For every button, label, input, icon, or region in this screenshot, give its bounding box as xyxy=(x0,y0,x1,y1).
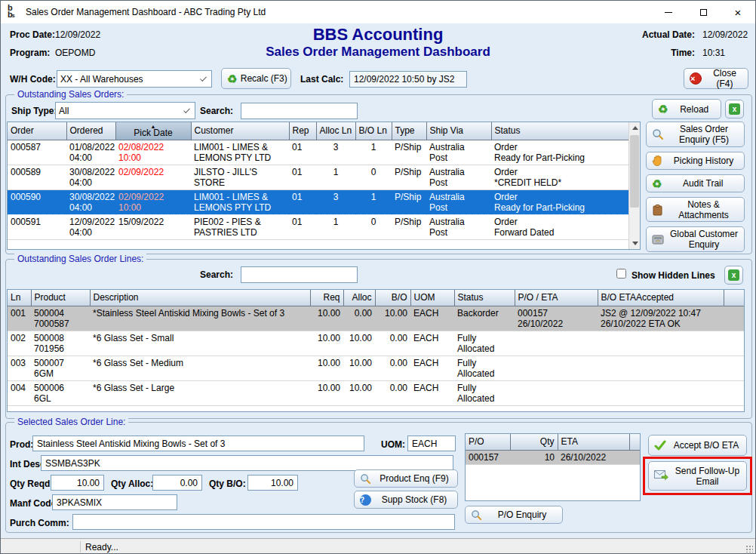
drawer-icon xyxy=(652,234,664,245)
status-bar: Ready... xyxy=(1,538,755,554)
prod-label: Prod: xyxy=(10,439,33,450)
col-header-uom[interactable]: UOM xyxy=(410,290,454,306)
sales-order-enquiry-button[interactable]: Sales Order Enquiry (F5) xyxy=(646,122,745,147)
order-row-000589[interactable]: 000589 30/08/2022 04:00 02/09/2022 JILST… xyxy=(8,165,630,189)
question-icon: ? xyxy=(360,494,371,506)
send-follow-up-email-button[interactable]: Send Follow-Up Email xyxy=(648,461,747,491)
scroll-thumb[interactable] xyxy=(630,135,639,208)
col-header-alloc-ln[interactable]: Alloc Ln xyxy=(316,122,355,140)
col-header-line-status[interactable]: Status xyxy=(454,290,515,306)
excel-icon: x xyxy=(728,269,739,281)
close-f4-button[interactable]: × Close (F4) xyxy=(684,68,748,89)
col-header-customer[interactable]: Customer xyxy=(191,122,289,140)
app-icon: bbs xyxy=(8,5,22,19)
recalc-button[interactable]: ♻ Recalc (F3) xyxy=(221,68,291,89)
col-header-po-eta[interactable]: ETA xyxy=(558,434,629,450)
manf-code-field: 3PKASMIX xyxy=(52,494,177,510)
line-row-001[interactable]: 001 500004 7000587 *Stainless Steel Anti… xyxy=(8,306,745,331)
col-header-status[interactable]: Status xyxy=(491,122,630,140)
po-enquiry-button[interactable]: P/O Enquiry xyxy=(465,506,563,524)
notes-attachments-button[interactable]: Notes & Attachments xyxy=(646,197,745,222)
supp-stock-button[interactable]: ? Supp Stock (F8) xyxy=(354,491,458,509)
line-row-004[interactable]: 004 500006 6GL *6 Glass Set - Large 10.0… xyxy=(8,380,745,405)
wh-code-label: W/H Code: xyxy=(10,74,56,85)
col-header-rep[interactable]: Rep xyxy=(289,122,316,140)
scroll-up-arrow[interactable] xyxy=(629,122,641,134)
close-window-button[interactable]: × xyxy=(721,1,755,23)
col-header-bo-eta-accepted[interactable]: B/O ETAAccepted xyxy=(598,290,724,306)
email-icon xyxy=(654,470,668,482)
prod-field: Stainless Steel Antiskid Mixing Bowls - … xyxy=(32,436,364,451)
col-header-po-qty[interactable]: Qty xyxy=(510,434,558,450)
col-header-type[interactable]: Type xyxy=(392,122,426,140)
uom-label: UOM: xyxy=(381,439,405,450)
col-header-blank xyxy=(724,290,745,306)
lines-legend: Outstanding Sales Order Lines: xyxy=(14,254,146,264)
recycle-icon: ♻ xyxy=(227,73,237,85)
minimize-button[interactable] xyxy=(651,1,686,23)
col-header-alloc[interactable]: Alloc xyxy=(343,290,375,306)
reload-button[interactable]: ♻ Reload xyxy=(652,99,721,119)
col-header-order[interactable]: Order xyxy=(8,122,66,140)
show-hidden-lines-checkbox[interactable] xyxy=(616,269,626,279)
order-row-000590-selected[interactable]: 000590 30/08/2022 04:00 02/09/2022 10:00… xyxy=(8,189,630,214)
orders-scrollbar[interactable] xyxy=(628,122,640,249)
time-value: 10:31 xyxy=(702,48,725,58)
col-header-po[interactable]: P/O xyxy=(466,434,510,450)
col-header-blank xyxy=(629,434,641,450)
line-row-003[interactable]: 003 500007 6GM *6 Glass Set - Medium 10.… xyxy=(8,355,745,380)
qty-bo-label: Qty B/O: xyxy=(209,479,246,489)
orders-search-label: Search: xyxy=(200,106,233,116)
recycle-icon: ♻ xyxy=(658,103,668,115)
col-header-description[interactable]: Description xyxy=(90,290,310,306)
purch-comm-label: Purch Comm: xyxy=(10,518,69,528)
close-icon: × xyxy=(735,7,742,18)
minimize-icon xyxy=(665,12,672,13)
ship-type-select[interactable]: All xyxy=(55,102,195,119)
magnifier-icon xyxy=(652,128,664,140)
magnifier-icon xyxy=(360,473,371,485)
col-header-ordered[interactable]: Ordered xyxy=(66,122,115,140)
orders-search-input[interactable] xyxy=(241,103,358,119)
resize-grip[interactable] xyxy=(745,545,753,552)
actual-date-label: Actual Date: xyxy=(642,29,695,40)
qty-reqd-label: Qty Reqd: xyxy=(10,479,53,489)
order-row-000591[interactable]: 000591 12/09/2022 04:00 15/09/2022 PIE00… xyxy=(8,214,630,239)
col-header-ship-via[interactable]: Ship Via xyxy=(426,122,491,140)
wh-code-select[interactable]: XX - All Warehouses xyxy=(57,70,212,88)
lines-table: Ln Product Description Req Alloc B/O UOM… xyxy=(7,289,745,412)
lines-search-input[interactable] xyxy=(241,266,358,283)
picking-history-button[interactable]: Picking History xyxy=(646,152,745,170)
scroll-down-arrow[interactable] xyxy=(629,238,641,249)
global-customer-enquiry-button[interactable]: Global Customer Enquiry xyxy=(646,226,745,252)
show-hidden-lines-label: Show Hidden Lines xyxy=(632,270,715,281)
line-row-002[interactable]: 002 500008 701956 *6 Glass Set - Small 1… xyxy=(8,331,745,355)
order-row-000587[interactable]: 000587 01/08/2022 04:00 02/08/2022 10:00… xyxy=(8,140,630,165)
uom-field: EACH xyxy=(407,436,456,451)
actual-date-value: 12/09/2022 xyxy=(702,29,748,40)
col-header-po-eta[interactable]: P/O / ETA xyxy=(515,290,598,306)
col-header-pick-date[interactable]: ▲Pick Date xyxy=(115,122,191,140)
col-header-product[interactable]: Product xyxy=(31,290,90,306)
status-text: Ready... xyxy=(85,542,118,552)
selected-line-legend: Selected Sales Order Line: xyxy=(14,417,128,427)
page-subtitle: Sales Order Management Dashboard xyxy=(1,45,755,60)
product-enq-button[interactable]: Product Enq (F9) xyxy=(354,469,458,488)
maximize-button[interactable] xyxy=(686,1,721,23)
col-header-bo-ln[interactable]: B/O Ln xyxy=(355,122,392,140)
check-icon xyxy=(654,440,666,451)
po-row-000157[interactable]: 000157 10 26/10/2022 xyxy=(466,450,641,464)
title-bar: bbs Sales Order Management Dashboard - A… xyxy=(1,1,755,23)
qty-reqd-field: 10.00 xyxy=(51,475,104,491)
accept-bo-eta-button[interactable]: Accept B/O ETA xyxy=(648,435,747,456)
audit-trail-button[interactable]: ♻ Audit Trail xyxy=(646,174,745,192)
orders-export-excel-button[interactable]: x xyxy=(725,100,744,118)
purch-comm-field xyxy=(72,514,455,530)
col-header-bo[interactable]: B/O xyxy=(375,290,410,306)
col-header-ln[interactable]: Ln xyxy=(8,290,31,306)
recycle-icon: ♻ xyxy=(652,178,662,189)
col-header-req[interactable]: Req xyxy=(310,290,343,306)
lines-export-excel-button[interactable]: x xyxy=(724,266,743,285)
qty-bo-field: 10.00 xyxy=(247,475,298,491)
hand-icon xyxy=(652,155,663,167)
